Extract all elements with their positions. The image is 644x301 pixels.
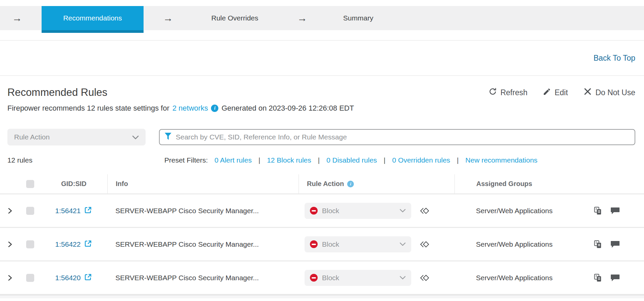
rules-count: 12 rules xyxy=(7,156,164,164)
refresh-label: Refresh xyxy=(500,88,528,97)
rule-action-value: Block xyxy=(322,240,339,248)
comment-icon[interactable] xyxy=(610,240,620,249)
minus-circle-icon xyxy=(310,240,318,248)
assigned-groups-value: Server/Web Applications xyxy=(454,240,552,248)
table-row: 1:56421 SERVER-WEBAPP Cisco Security Man… xyxy=(0,194,644,228)
assigned-groups-value: Server/Web Applications xyxy=(454,274,552,282)
column-header-gid-sid: GID:SID xyxy=(40,174,107,193)
generated-timestamp: Generated on 2023-09-26 12:26:08 EDT xyxy=(221,104,354,113)
separator: | xyxy=(384,156,385,164)
rule-action-dropdown[interactable]: Block xyxy=(305,270,411,286)
edit-label: Edit xyxy=(554,88,568,97)
chevron-down-icon xyxy=(399,276,406,280)
separator: | xyxy=(318,156,320,164)
chevron-down-icon xyxy=(399,242,406,246)
wizard-stepper: → Recommendations → Rule Overrides → Sum… xyxy=(0,0,644,33)
separator: | xyxy=(457,156,459,164)
revert-default-icon[interactable] xyxy=(420,240,429,249)
info-circle-icon[interactable]: i xyxy=(211,105,218,112)
back-to-top-link[interactable]: Back To Top xyxy=(594,54,635,63)
edit-button[interactable]: Edit xyxy=(543,87,568,98)
pencil-icon xyxy=(543,87,551,98)
tab-recommendations[interactable]: Recommendations xyxy=(42,6,144,33)
revert-default-icon[interactable] xyxy=(420,274,429,282)
chevron-down-icon xyxy=(132,133,139,141)
expand-row-chevron-icon[interactable] xyxy=(7,241,13,248)
column-header-assigned-groups: Assigned Groups xyxy=(454,174,644,193)
minus-circle-icon xyxy=(310,207,318,215)
external-link-icon[interactable] xyxy=(84,206,92,216)
column-header-rule-action: Rule Action i xyxy=(299,174,454,193)
rule-action-dropdown[interactable]: Block xyxy=(305,236,411,252)
column-header-info: Info xyxy=(107,174,299,193)
do-not-use-button[interactable]: Do Not Use xyxy=(583,87,635,98)
rule-documentation-icon[interactable] xyxy=(594,274,602,282)
expand-row-chevron-icon[interactable] xyxy=(7,275,13,281)
external-link-icon[interactable] xyxy=(84,239,92,249)
external-link-icon[interactable] xyxy=(84,273,92,283)
funnel-icon xyxy=(164,132,172,142)
refresh-icon xyxy=(488,87,497,98)
table-row: 1:56422 SERVER-WEBAPP Cisco Security Man… xyxy=(0,228,644,261)
assigned-groups-value: Server/Web Applications xyxy=(454,207,552,215)
rule-action-filter-placeholder: Rule Action xyxy=(14,133,50,141)
expand-row-chevron-icon[interactable] xyxy=(7,207,13,214)
page-title: Recommended Rules xyxy=(7,86,107,99)
right-arrow-icon: → xyxy=(297,6,307,30)
header-actions: Refresh Edit Do Not Use xyxy=(488,87,635,98)
recommended-rules-panel: Recommended Rules Refresh Edit Do Not Us… xyxy=(0,76,644,301)
rule-documentation-icon[interactable] xyxy=(594,240,602,249)
tab-rule-overrides[interactable]: Rule Overrides xyxy=(188,6,282,30)
refresh-button[interactable]: Refresh xyxy=(488,87,528,98)
rule-action-dropdown[interactable]: Block xyxy=(305,203,411,219)
gid-sid-link[interactable]: 1:56420 xyxy=(55,274,81,282)
rule-action-value: Block xyxy=(322,274,339,282)
revert-default-icon[interactable] xyxy=(420,206,429,215)
preset-link-disabled-rules[interactable]: 0 Disabled rules xyxy=(326,156,377,164)
preset-link-overridden-rules[interactable]: 0 Overridden rules xyxy=(392,156,450,164)
info-circle-icon[interactable]: i xyxy=(347,181,354,187)
rule-action-value: Block xyxy=(322,207,339,215)
separator: | xyxy=(258,156,260,164)
table-header: GID:SID Info Rule Action i Assigned Grou… xyxy=(0,174,644,194)
tab-summary[interactable]: Summary xyxy=(325,6,392,30)
rule-info-text: SERVER-WEBAPP Cisco Security Manager... xyxy=(107,240,299,248)
right-arrow-icon: → xyxy=(12,6,22,30)
select-all-checkbox[interactable] xyxy=(26,180,34,188)
gid-sid-link[interactable]: 1:56421 xyxy=(55,207,81,215)
rule-action-filter-select[interactable]: Rule Action xyxy=(7,129,146,145)
rule-documentation-icon[interactable] xyxy=(594,206,602,215)
right-arrow-icon: → xyxy=(163,6,173,30)
back-to-top-bar: Back To Top xyxy=(0,40,644,76)
networks-link[interactable]: 2 networks xyxy=(172,104,208,113)
minus-circle-icon xyxy=(310,274,318,282)
preset-link-block-rules[interactable]: 12 Block rules xyxy=(267,156,311,164)
recommendation-summary-text: Firepower recommends 12 rules state sett… xyxy=(7,104,637,113)
row-checkbox[interactable] xyxy=(26,207,34,215)
preset-link-new-recommendations[interactable]: New recommendations xyxy=(466,156,538,164)
rule-info-text: SERVER-WEBAPP Cisco Security Manager... xyxy=(107,207,299,215)
row-checkbox[interactable] xyxy=(26,240,34,248)
x-icon xyxy=(583,87,592,98)
preset-link-alert-rules[interactable]: 0 Alert rules xyxy=(215,156,252,164)
table-row: 1:56420 SERVER-WEBAPP Cisco Security Man… xyxy=(0,261,644,295)
assigned-groups-header-label: Assigned Groups xyxy=(455,180,532,188)
comment-icon[interactable] xyxy=(610,274,620,282)
chevron-down-icon xyxy=(399,209,406,213)
preset-filter-links: 0 Alert rules | 12 Block rules | 0 Disab… xyxy=(215,156,538,164)
comment-icon[interactable] xyxy=(610,206,620,215)
rule-info-text: SERVER-WEBAPP Cisco Security Manager... xyxy=(107,274,299,282)
rule-action-header-label: Rule Action xyxy=(307,180,344,188)
preset-filters-label: Preset Filters: xyxy=(164,156,208,164)
tab-recommendations-label: Recommendations xyxy=(63,14,122,22)
row-checkbox[interactable] xyxy=(26,274,34,282)
search-field-wrap xyxy=(159,129,635,145)
recommended-rules-table: GID:SID Info Rule Action i Assigned Grou… xyxy=(0,174,644,298)
search-input[interactable] xyxy=(176,133,630,141)
subtitle-prefix: Firepower recommends 12 rules state sett… xyxy=(7,104,169,113)
do-not-use-label: Do Not Use xyxy=(595,88,635,97)
gid-sid-link[interactable]: 1:56422 xyxy=(55,240,81,248)
next-row-edge xyxy=(0,295,644,298)
